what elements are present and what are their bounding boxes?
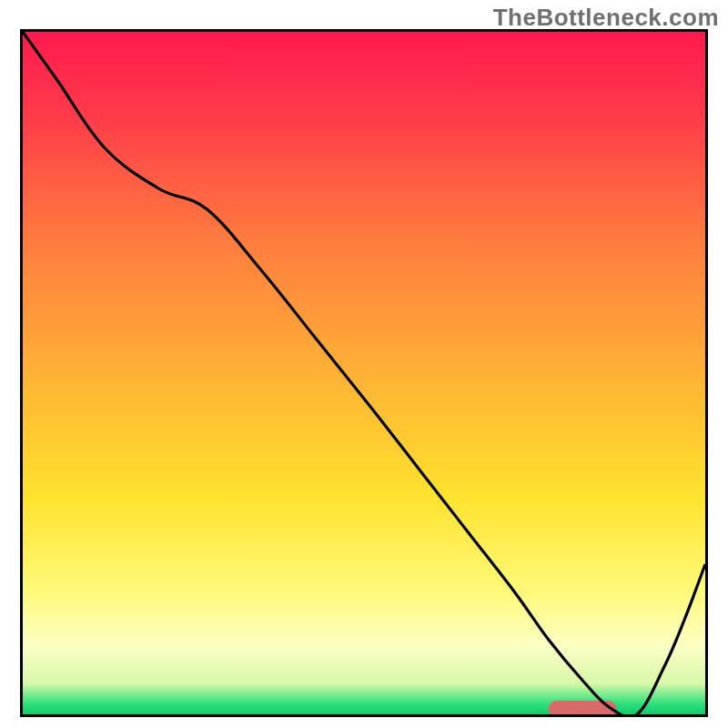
plot-area <box>20 29 708 717</box>
optimal-marker <box>549 701 617 714</box>
chart-frame: TheBottleneck.com <box>0 0 728 728</box>
gradient-background <box>23 32 705 714</box>
chart-svg <box>23 32 705 714</box>
watermark-text: TheBottleneck.com <box>493 4 719 32</box>
